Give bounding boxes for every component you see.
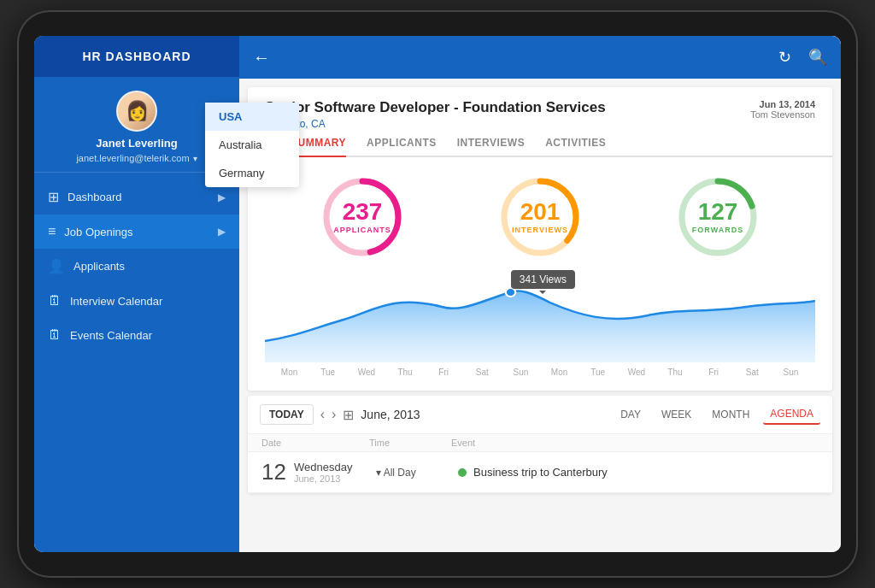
agenda-header: Date Time Event <box>248 434 832 452</box>
tab-applicants[interactable]: APPLICANTS <box>367 137 437 156</box>
chart-label-6: Sun <box>502 368 540 377</box>
job-date: Jun 13, 2014 <box>750 99 815 109</box>
grid-view-icon[interactable]: ⊞ <box>343 407 354 423</box>
chart-label-11: Fri <box>695 368 733 377</box>
stat-forwards-center: 127 FORWARDS <box>692 200 743 234</box>
agenda-row: 12 Wednesday June, 2013 ▾ All Day Busine… <box>248 452 832 493</box>
agenda-date-month: June, 2013 <box>294 473 362 484</box>
stat-interviews-value: 201 <box>512 200 568 224</box>
agenda-time-label: ▾ All Day <box>376 467 416 479</box>
chart-label-5: Sat <box>463 368 502 377</box>
job-info: Senior Software Developer - Foundation S… <box>265 99 606 130</box>
country-dropdown: USA Australia Germany <box>205 103 299 187</box>
job-location: Palo Alto, CA <box>265 118 606 130</box>
refresh-icon[interactable]: ↻ <box>778 48 791 67</box>
dropdown-item-germany[interactable]: Germany <box>205 159 299 187</box>
chart-label-12: Sat <box>733 368 772 377</box>
user-name: Janet Leverling <box>96 137 177 150</box>
stat-applicants-label: APPLICANTS <box>333 226 391 234</box>
user-dropdown-arrow[interactable]: ▾ <box>193 154 197 163</box>
chart-label-4: Fri <box>425 368 463 377</box>
chart-area: 341 Views Mon <box>248 268 832 391</box>
user-email: janet.leverling@telerik.com <box>76 153 189 163</box>
chart-label-9: Wed <box>617 368 655 377</box>
search-icon[interactable]: 🔍 <box>808 48 827 67</box>
chart-label-7: Mon <box>540 368 578 377</box>
nav-label-events-calendar: Events Calendar <box>70 329 152 342</box>
avatar: 👩 <box>116 91 157 132</box>
nav-label-dashboard: Dashboard <box>68 191 122 203</box>
chart-label-2: Wed <box>347 368 385 377</box>
sidebar-item-events-calendar[interactable]: 🗓 Events Calendar <box>34 318 239 352</box>
event-text: Business trip to Canterbury <box>473 466 608 479</box>
dropdown-item-australia[interactable]: Australia <box>205 131 299 159</box>
stat-applicants-value: 237 <box>333 200 391 224</box>
cal-view-week[interactable]: WEEK <box>655 405 698 424</box>
chart-label-3: Thu <box>385 368 424 377</box>
next-button[interactable]: › <box>332 407 336 422</box>
tablet-inner: HR DASHBOARD 👩 Janet Leverling janet.lev… <box>34 36 841 552</box>
nav-arrow-job-openings: ▶ <box>218 226 226 238</box>
applicants-icon: 👤 <box>48 258 65 274</box>
event-dot <box>458 468 467 477</box>
chart-tooltip: 341 Views <box>511 270 575 289</box>
back-button[interactable]: ← <box>253 49 270 66</box>
chart-labels: Mon Tue Wed Thu Fri Sat Sun Mon Tue Wed … <box>265 366 815 382</box>
user-email-row: janet.leverling@telerik.com ▾ <box>76 153 197 163</box>
prev-button[interactable]: ‹ <box>320 407 325 422</box>
nav-label-interview-calendar: Interview Calendar <box>70 295 162 308</box>
nav-section: ⊞ Dashboard ▶ ≡ Job Openings ▶ 👤 Applica… <box>34 173 239 552</box>
chart-label-0: Mon <box>270 368 308 377</box>
chart-dot <box>506 288 516 297</box>
tablet-frame: HR DASHBOARD 👩 Janet Leverling janet.lev… <box>19 12 856 576</box>
stat-applicants-center: 237 APPLICANTS <box>333 200 391 234</box>
nav-label-applicants: Applicants <box>73 260 125 273</box>
app-title: HR DASHBOARD <box>34 36 239 77</box>
events-calendar-icon: 🗓 <box>48 327 62 343</box>
tab-interviews[interactable]: INTERVIEWS <box>457 137 525 156</box>
chart-label-10: Thu <box>655 368 694 377</box>
agenda-date-info: Wednesday June, 2013 <box>294 461 362 484</box>
dropdown-item-usa[interactable]: USA <box>205 103 299 131</box>
calendar-toolbar: TODAY ‹ › ⊞ June, 2013 DAY WEEK MONTH AG… <box>248 396 832 434</box>
agenda-time[interactable]: ▾ All Day <box>376 467 444 479</box>
chart-label-13: Sun <box>772 368 810 377</box>
job-openings-icon: ≡ <box>48 224 56 239</box>
avatar-image: 👩 <box>118 92 156 130</box>
col-event: Event <box>451 438 475 448</box>
top-bar: ← ↻ 🔍 <box>239 36 841 79</box>
interview-calendar-icon: 🗓 <box>48 293 62 309</box>
stat-interviews-label: INTERVIEWS <box>512 226 568 234</box>
sidebar-item-interview-calendar[interactable]: 🗓 Interview Calendar <box>34 284 239 318</box>
cal-view-agenda[interactable]: AGENDA <box>763 404 820 425</box>
col-date: Date <box>261 438 355 448</box>
today-button[interactable]: TODAY <box>260 404 314 425</box>
sidebar-item-applicants[interactable]: 👤 Applicants <box>34 249 239 284</box>
dashboard-icon: ⊞ <box>48 189 59 205</box>
job-owner: Tom Stevenson <box>750 109 815 120</box>
chart-label-1: Tue <box>308 368 347 377</box>
stat-applicants: 237 APPLICANTS <box>320 174 405 260</box>
stats-row: 237 APPLICANTS 201 INTERVIEWS <box>248 157 832 268</box>
job-tabs: JOB SUMMARY APPLICANTS INTERVIEWS ACTIVI… <box>248 130 832 157</box>
nav-label-job-openings: Job Openings <box>64 226 132 238</box>
calendar-month-label: June, 2013 <box>361 408 420 421</box>
stat-forwards: 127 FORWARDS <box>675 174 760 260</box>
col-time: Time <box>369 438 438 448</box>
nav-arrow-dashboard: ▶ <box>218 191 226 203</box>
cal-view-month[interactable]: MONTH <box>705 405 756 424</box>
stat-forwards-label: FORWARDS <box>692 226 743 234</box>
stat-interviews: 201 INTERVIEWS <box>497 174 583 260</box>
job-header: Senior Software Developer - Foundation S… <box>248 87 832 130</box>
stat-forwards-value: 127 <box>692 200 743 224</box>
agenda-date-num: 12 <box>261 461 287 483</box>
agenda-date: 12 Wednesday June, 2013 <box>261 461 362 484</box>
chart-label-8: Tue <box>578 368 617 377</box>
cal-view-day[interactable]: DAY <box>614 405 648 424</box>
job-title: Senior Software Developer - Foundation S… <box>265 99 606 116</box>
tab-activities[interactable]: ACTIVITIES <box>545 137 606 156</box>
sidebar-item-job-openings[interactable]: ≡ Job Openings ▶ <box>34 215 239 249</box>
job-panel: Senior Software Developer - Foundation S… <box>248 87 832 391</box>
calendar-body: Date Time Event 12 Wednesday June, 2013 <box>248 434 832 493</box>
agenda-day-name: Wednesday <box>294 461 362 473</box>
